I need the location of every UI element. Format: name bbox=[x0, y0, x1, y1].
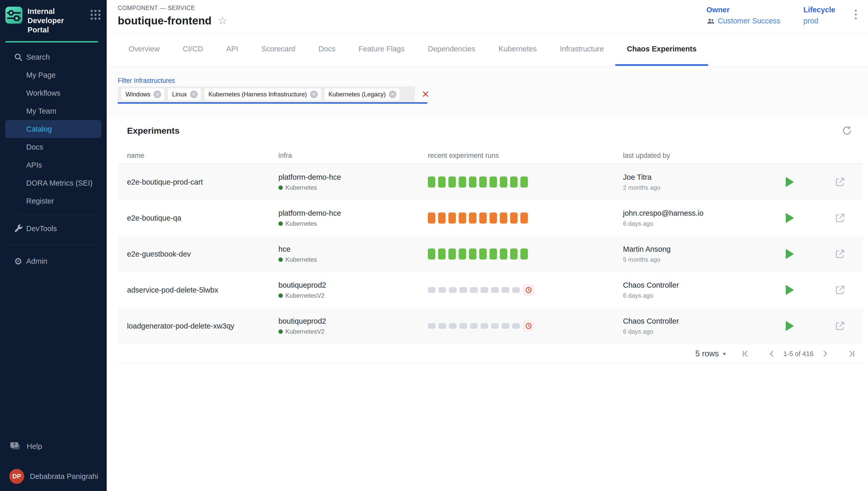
sidebar-item-catalog[interactable]: Catalog bbox=[5, 120, 101, 138]
run-status-square bbox=[512, 323, 520, 329]
harness-idp-logo[interactable] bbox=[5, 7, 22, 24]
sidebar-item-label: DORA Metrics (SEI) bbox=[26, 179, 92, 187]
first-page-icon[interactable] bbox=[741, 349, 750, 358]
more-options-icon[interactable] bbox=[853, 8, 858, 21]
help-label: Help bbox=[27, 442, 42, 451]
owner-link[interactable]: Customer Success bbox=[706, 17, 780, 25]
table-row[interactable]: e2e-boutique-qa platform-demo-hce Kubern… bbox=[118, 200, 863, 236]
sidebar-item-register[interactable]: Register bbox=[0, 192, 107, 210]
chip-remove-icon[interactable]: ✕ bbox=[153, 90, 161, 98]
tab-kubernetes[interactable]: Kubernetes bbox=[487, 33, 548, 66]
favorite-star-icon[interactable]: ☆ bbox=[218, 16, 228, 26]
overdue-clock-icon bbox=[523, 285, 534, 295]
chip-remove-icon[interactable]: ✕ bbox=[310, 90, 318, 98]
open-in-new-icon[interactable] bbox=[835, 285, 845, 295]
user-profile[interactable]: DP Debabrata Panigrahi bbox=[0, 469, 107, 484]
last-page-icon[interactable] bbox=[847, 349, 856, 358]
run-status-square bbox=[500, 177, 507, 187]
run-experiment-icon[interactable] bbox=[786, 321, 794, 331]
infra-name: boutiqueprod2 bbox=[279, 317, 326, 325]
chip-remove-icon[interactable]: ✕ bbox=[190, 90, 198, 98]
tab-scorecard[interactable]: Scorecard bbox=[250, 33, 307, 66]
table-row[interactable]: e2e-guestbook-dev hce Kubernetes Martin … bbox=[118, 236, 863, 272]
tab-feature-flags[interactable]: Feature Flags bbox=[347, 33, 416, 66]
sidebar-item-docs[interactable]: Docs bbox=[0, 138, 107, 156]
filter-chip: Kubernetes (Harness Infrastructure) ✕ bbox=[204, 88, 321, 100]
sidebar-item-apis[interactable]: APIs bbox=[0, 156, 107, 174]
run-status-square bbox=[490, 212, 497, 224]
refresh-icon[interactable] bbox=[841, 125, 852, 136]
run-experiment-icon[interactable] bbox=[786, 249, 794, 259]
run-status-square bbox=[490, 177, 497, 187]
status-dot bbox=[279, 185, 283, 190]
rows-per-page-select[interactable]: 5 rows ▾ bbox=[695, 349, 726, 358]
next-page-icon[interactable] bbox=[821, 349, 830, 358]
run-status-square bbox=[449, 212, 456, 224]
open-in-new-icon[interactable] bbox=[835, 212, 845, 223]
wrench-icon bbox=[13, 224, 23, 233]
previous-page-icon[interactable] bbox=[768, 349, 776, 358]
sidebar-item-my-team[interactable]: My Team bbox=[0, 102, 107, 120]
owner-meta: Owner Customer Success bbox=[706, 6, 780, 25]
tab-docs[interactable]: Docs bbox=[307, 33, 347, 66]
chip-remove-icon[interactable]: ✕ bbox=[389, 90, 397, 98]
run-status-square bbox=[510, 177, 518, 187]
table-row[interactable]: loadgenerator-pod-delete-xw3qy boutiquep… bbox=[118, 308, 863, 344]
last-updated: Chaos Controller 6 days ago bbox=[623, 317, 679, 335]
sidebar-item-devtools[interactable]: DevTools bbox=[0, 220, 107, 237]
sidebar-item-label: DevTools bbox=[26, 224, 57, 233]
apps-grid-icon[interactable] bbox=[90, 10, 100, 20]
app-root: Internal Developer Portal Search My Page… bbox=[0, 0, 868, 491]
tab-overview[interactable]: Overview bbox=[117, 33, 171, 66]
run-status-square bbox=[491, 323, 499, 329]
run-status-square bbox=[479, 212, 487, 224]
table-header-row: name infra recent experiment runs last u… bbox=[118, 151, 863, 164]
run-experiment-icon[interactable] bbox=[786, 213, 794, 223]
sidebar-item-label: Catalog bbox=[26, 125, 52, 134]
open-in-new-icon[interactable] bbox=[835, 249, 845, 259]
chevron-down-icon: ▾ bbox=[723, 351, 726, 357]
infra-name: boutiqueprod2 bbox=[279, 281, 326, 289]
tab-dependencies[interactable]: Dependencies bbox=[416, 33, 487, 66]
open-in-new-icon[interactable] bbox=[835, 321, 845, 331]
infra-name: platform-demo-hce bbox=[279, 209, 341, 217]
clear-filters-icon[interactable]: ✕ bbox=[422, 90, 429, 99]
status-dot bbox=[279, 293, 283, 298]
table-row[interactable]: e2e-boutique-prod-cart platform-demo-hce… bbox=[118, 164, 863, 200]
run-experiment-icon[interactable] bbox=[786, 177, 794, 187]
run-status-square bbox=[469, 212, 476, 224]
filter-section: Filter Infrastructures Windows ✕ Linux ✕… bbox=[107, 66, 868, 117]
tab-infrastructure[interactable]: Infrastructure bbox=[548, 33, 615, 66]
lifecycle-value: prod bbox=[804, 17, 835, 25]
run-status-square bbox=[428, 249, 435, 260]
sidebar-item-workflows[interactable]: Workflows bbox=[0, 84, 107, 102]
filter-chip: Kubernetes (Legacy) ✕ bbox=[324, 88, 400, 100]
help-button[interactable]: ? Help bbox=[0, 438, 107, 455]
run-status-square bbox=[428, 177, 435, 187]
infrastructure-filter-input[interactable]: Windows ✕ Linux ✕ Kubernetes (Harness In… bbox=[118, 86, 415, 102]
updated-ago: 6 days ago bbox=[623, 292, 679, 299]
owner-value: Customer Success bbox=[718, 17, 780, 25]
open-in-new-icon[interactable] bbox=[835, 177, 845, 187]
tab-chaos-experiments[interactable]: Chaos Experiments bbox=[615, 33, 708, 66]
run-experiment-icon[interactable] bbox=[786, 285, 794, 295]
sidebar-item-search[interactable]: Search bbox=[0, 48, 107, 66]
infra-name: hce bbox=[279, 245, 291, 253]
sidebar-item-admin[interactable]: ⚙ Admin bbox=[0, 252, 107, 270]
sidebar-item-my-page[interactable]: My Page bbox=[0, 66, 107, 84]
experiment-name: e2e-boutique-qa bbox=[127, 214, 181, 222]
infra-type: KubernetesV2 bbox=[285, 292, 324, 299]
tab-api[interactable]: API bbox=[215, 33, 250, 66]
experiment-name: e2e-boutique-prod-cart bbox=[127, 178, 203, 186]
run-status-square bbox=[459, 212, 466, 224]
updated-by: Joe Titra bbox=[623, 173, 660, 181]
status-dot bbox=[279, 221, 283, 226]
overdue-clock-icon bbox=[523, 321, 534, 331]
last-updated: Chaos Controller 6 days ago bbox=[623, 281, 679, 299]
sidebar-item-label: My Page bbox=[26, 71, 56, 80]
experiment-name: e2e-guestbook-dev bbox=[127, 250, 191, 258]
table-row[interactable]: adservice-pod-delete-5lwbx boutiqueprod2… bbox=[118, 272, 863, 308]
infra-type: Kubernetes bbox=[285, 184, 317, 191]
sidebar-item-dora-metrics[interactable]: DORA Metrics (SEI) bbox=[0, 174, 107, 192]
tab-cicd[interactable]: CI/CD bbox=[171, 33, 215, 66]
